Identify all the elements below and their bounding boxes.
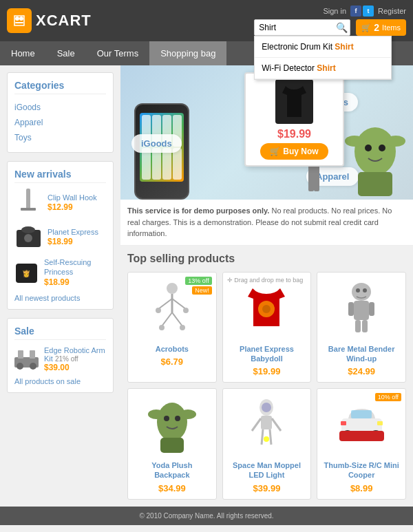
nav-home[interactable]: Home (0, 41, 46, 65)
svg-point-21 (345, 136, 364, 147)
svg-rect-54 (261, 416, 272, 429)
svg-rect-12 (30, 350, 35, 359)
arrival-price-2: $18.99 (47, 237, 73, 246)
svg-point-26 (167, 283, 178, 294)
categories-title: Categories (14, 80, 106, 94)
arrival-name-2[interactable]: Planet Express (47, 227, 98, 237)
svg-rect-43 (362, 320, 368, 332)
product-card-yoda[interactable]: Yoda Plush Backpack $34.99 (127, 388, 217, 500)
product-card-acrobots[interactable]: 13% off New! (127, 272, 217, 383)
svg-point-37 (262, 305, 271, 313)
svg-line-28 (158, 299, 172, 309)
svg-line-31 (172, 312, 182, 326)
header-links: Sign in f t Register (323, 6, 406, 17)
sale-title: Sale (14, 326, 106, 340)
info-bar: This service is for demo purposes only. … (120, 200, 413, 246)
sign-in-link[interactable]: Sign in (323, 7, 346, 15)
info-bold: This service is for demo purposes only. (127, 206, 269, 215)
product-name-babydoll: Planet Express Babydoll (229, 344, 306, 364)
sale-info-1: Edge Robotic Arm Kit 21% off $39.00 (44, 346, 106, 372)
arrival-item-1: Clip Wall Hook $12.99 (14, 189, 106, 216)
svg-point-50 (175, 416, 180, 421)
arrival-price-1: $12.99 (47, 202, 73, 212)
popup-shirt (275, 79, 313, 124)
hero-banner: iGoods Apparel Toys 👗 (120, 65, 413, 200)
search-wrapper: 🔍 Electronic Drum Kit Shirt Wi-Fi Detect… (254, 19, 350, 36)
svg-rect-25 (358, 172, 392, 196)
svg-point-13 (17, 363, 23, 370)
sale-price-1: $39.00 (44, 363, 106, 372)
dropdown-item-1[interactable]: Electronic Drum Kit Shirt (255, 36, 391, 58)
social-icons: f t (350, 6, 374, 17)
arrival-name-1[interactable]: Clip Wall Hook (47, 193, 97, 202)
product-img-bender (323, 278, 400, 340)
svg-point-48 (180, 409, 196, 419)
svg-point-59 (264, 436, 269, 442)
search-button[interactable]: 🔍 (336, 22, 348, 33)
svg-rect-68 (341, 421, 346, 425)
twitter-icon[interactable]: t (363, 6, 374, 17)
product-price-acrobots: $6.79 (134, 357, 211, 367)
svg-line-56 (272, 418, 281, 431)
all-sale-link[interactable]: All products on sale (14, 377, 106, 385)
svg-rect-4 (21, 208, 36, 211)
svg-rect-66 (339, 431, 384, 441)
svg-point-1 (19, 17, 23, 21)
nav-sale[interactable]: Sale (46, 41, 86, 65)
product-card-cooper[interactable]: 10% off (317, 388, 406, 500)
svg-point-33 (183, 308, 189, 313)
svg-rect-18 (308, 164, 314, 191)
badge-pct-cooper: 10% off (375, 393, 401, 401)
facebook-icon[interactable]: f (350, 6, 361, 17)
svg-point-24 (379, 145, 385, 151)
all-newest-link[interactable]: All newest products (14, 294, 106, 302)
nav-shopping-bag[interactable]: Shopping bag (149, 41, 226, 65)
svg-point-14 (30, 363, 36, 370)
sidebar-item-apparel[interactable]: Apparel (14, 115, 106, 130)
svg-line-29 (172, 299, 186, 309)
product-card-babydoll[interactable]: ✛ Drag and drop me to bag Planet Express… (222, 272, 312, 383)
product-card-bender[interactable]: Bare Metal Bender Wind-up $24.99 (317, 272, 406, 383)
search-dropdown: Electronic Drum Kit Shirt Wi-Fi Detector… (254, 36, 392, 80)
drag-hint: ✛ Drag and drop me to bag (227, 277, 304, 284)
product-name-yoda: Yoda Plush Backpack (134, 460, 211, 480)
cart-icon[interactable]: 🛒 2 Items (356, 19, 406, 36)
svg-rect-67 (377, 421, 383, 425)
new-arrivals-title: New arrivals (14, 169, 106, 183)
main-layout: Categories iGoods Apparel Toys New arriv… (0, 65, 413, 500)
badge-new-acrobots: New! (192, 286, 212, 295)
nav-our-terms[interactable]: Our Terms (86, 41, 149, 65)
popup-img-area (251, 79, 337, 124)
arrival-name-3[interactable]: Self-Rescuing Princess (44, 257, 106, 277)
sale-item-1: Edge Robotic Arm Kit 21% off $39.00 (14, 345, 106, 373)
cart-label: Items (382, 23, 401, 32)
products-grid: 13% off New! (127, 272, 406, 500)
svg-rect-2 (15, 22, 23, 23)
footer-text: © 2010 Company Name. All rights reserved… (139, 512, 273, 520)
svg-rect-42 (355, 320, 361, 332)
dropdown-item-2[interactable]: Wi-Fi Detector Shirt (255, 58, 391, 79)
arrival-item-2: Planet Express $18.99 (14, 223, 106, 251)
product-img-spaceman (229, 394, 306, 456)
sidebar: Categories iGoods Apparel Toys New arriv… (0, 65, 120, 500)
content-area: iGoods Apparel Toys 👗 (120, 65, 413, 500)
sidebar-item-igoods[interactable]: iGoods (14, 100, 106, 115)
svg-point-53 (262, 403, 271, 412)
arrival-info-2: Planet Express $18.99 (47, 227, 98, 246)
arrival-item-3: 👸 Self-Rescuing Princess $18.99 (14, 257, 106, 287)
svg-point-35 (180, 325, 185, 330)
svg-point-34 (159, 325, 165, 330)
product-card-spaceman[interactable]: Space Man Moppel LED Light $39.99 (222, 388, 312, 500)
header: XCART Sign in f t Register 🔍 Electronic … (0, 0, 413, 41)
sale-name-1: Edge Robotic Arm Kit 21% off (44, 346, 106, 363)
svg-point-23 (365, 145, 372, 151)
sidebar-item-toys[interactable]: Toys (14, 130, 106, 145)
buy-now-label: Buy Now (283, 147, 318, 156)
register-link[interactable]: Register (378, 7, 406, 15)
sale-section: Sale Edge Robotic Arm Kit 21% off $39.00 (7, 318, 114, 393)
svg-point-20 (354, 127, 396, 175)
top-selling-title: Top selling products (127, 253, 406, 265)
buy-now-button[interactable]: 🛒 Buy Now (260, 143, 328, 160)
product-price-yoda: $34.99 (134, 483, 211, 493)
product-img-babydoll (229, 278, 306, 340)
